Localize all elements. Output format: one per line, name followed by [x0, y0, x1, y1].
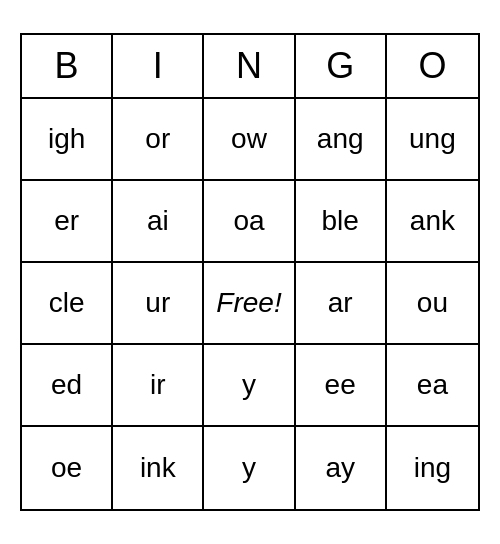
grid-cell-r2-c4: ou	[387, 263, 478, 345]
grid-cell-r4-c2: y	[204, 427, 295, 509]
grid-cell-r2-c2: Free!	[204, 263, 295, 345]
header-letter-i: I	[113, 35, 204, 97]
bingo-grid: ighorowangungeraioableankcleurFree!aroue…	[22, 99, 478, 509]
bingo-card: BINGO ighorowangungeraioableankcleurFree…	[20, 33, 480, 511]
grid-cell-r4-c1: ink	[113, 427, 204, 509]
grid-cell-r1-c3: ble	[296, 181, 387, 263]
grid-cell-r3-c3: ee	[296, 345, 387, 427]
header-letter-o: O	[387, 35, 478, 97]
grid-cell-r0-c1: or	[113, 99, 204, 181]
grid-cell-r1-c4: ank	[387, 181, 478, 263]
grid-cell-r3-c2: y	[204, 345, 295, 427]
grid-cell-r1-c1: ai	[113, 181, 204, 263]
bingo-header: BINGO	[22, 35, 478, 99]
grid-cell-r0-c2: ow	[204, 99, 295, 181]
header-letter-g: G	[296, 35, 387, 97]
grid-cell-r3-c0: ed	[22, 345, 113, 427]
grid-cell-r4-c0: oe	[22, 427, 113, 509]
grid-cell-r3-c1: ir	[113, 345, 204, 427]
grid-cell-r2-c1: ur	[113, 263, 204, 345]
header-letter-b: B	[22, 35, 113, 97]
grid-cell-r2-c0: cle	[22, 263, 113, 345]
grid-cell-r1-c2: oa	[204, 181, 295, 263]
grid-cell-r4-c3: ay	[296, 427, 387, 509]
grid-cell-r1-c0: er	[22, 181, 113, 263]
grid-cell-r4-c4: ing	[387, 427, 478, 509]
grid-cell-r3-c4: ea	[387, 345, 478, 427]
header-letter-n: N	[204, 35, 295, 97]
grid-cell-r0-c0: igh	[22, 99, 113, 181]
grid-cell-r0-c3: ang	[296, 99, 387, 181]
grid-cell-r0-c4: ung	[387, 99, 478, 181]
grid-cell-r2-c3: ar	[296, 263, 387, 345]
